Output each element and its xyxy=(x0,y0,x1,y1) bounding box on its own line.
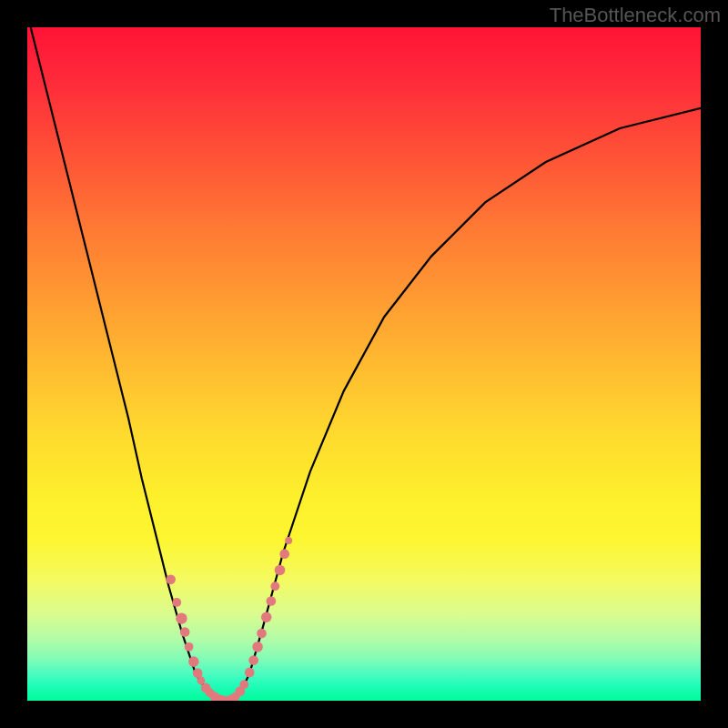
plot-area xyxy=(27,27,701,701)
curve-markers xyxy=(166,537,292,701)
data-marker xyxy=(261,612,272,622)
data-marker xyxy=(257,629,267,639)
data-marker xyxy=(285,537,292,544)
curve-svg xyxy=(27,27,701,701)
data-marker xyxy=(275,565,286,576)
data-marker xyxy=(166,574,176,584)
data-marker xyxy=(245,668,255,678)
data-marker xyxy=(279,549,289,559)
data-marker xyxy=(267,596,277,606)
data-marker xyxy=(239,680,248,689)
data-marker xyxy=(180,627,190,637)
data-marker xyxy=(197,676,205,684)
data-marker xyxy=(270,581,279,591)
data-marker xyxy=(172,598,181,607)
data-marker xyxy=(176,613,187,624)
data-marker xyxy=(188,656,199,667)
data-marker xyxy=(248,655,258,665)
bottleneck-curve xyxy=(31,27,701,701)
watermark-text: TheBottleneck.com xyxy=(550,4,721,27)
data-marker xyxy=(185,642,194,652)
data-marker xyxy=(252,642,263,652)
chart-frame: TheBottleneck.com xyxy=(0,0,728,728)
